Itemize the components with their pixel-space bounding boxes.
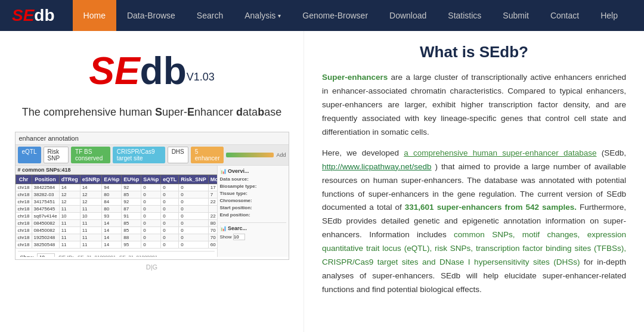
logo-se: SE	[89, 49, 140, 92]
preview-tab-eqtl[interactable]: eQTL	[18, 147, 41, 163]
brand-db: db	[34, 6, 54, 25]
preview-body: # common SNPs:418 Chr Position dTReg eSN…	[16, 166, 289, 257]
table-row: chr180845008211111485000808167156	[16, 220, 217, 227]
preview-table-area: # common SNPs:418 Chr Position dTReg eSN…	[16, 166, 217, 257]
nav-item-home[interactable]: Home	[73, 0, 116, 31]
description-1-text: are a large cluster of transcriptionally…	[322, 73, 626, 136]
desc2-mid: (SEdb,	[602, 148, 626, 157]
stats-text: 331,601 super-enhancers from 542 samples…	[405, 203, 577, 212]
page-title: What is SEdb?	[322, 43, 626, 61]
preview-search-section: Show SE ID: SE_21_81000091 SE_21_8100009…	[16, 249, 217, 257]
sidebar-search-header: 📊 Searc...	[220, 222, 286, 231]
col-risk-snp: Risk_SNP	[179, 175, 209, 184]
nav-item-contact[interactable]: Contact	[540, 0, 590, 31]
preview-tabs: eQTL Risk SNP TF BS conserved CRISPR/Cas…	[16, 145, 289, 166]
preview-footer: D|G	[146, 263, 157, 271]
col-eqtl: eQTL	[161, 175, 179, 184]
sidebar-search-show: Show	[220, 234, 286, 240]
table-row: chr1808450082111114850007018156	[16, 227, 217, 234]
desc2-link1[interactable]: a comprehensive human super-enhancer dat…	[404, 148, 596, 157]
sidebar-start-pos: Start position:	[220, 205, 286, 210]
col-motif: Motif_changed	[208, 175, 216, 184]
preview-sidebar: 📊 Overvi... Data source: Biosample type:…	[217, 166, 289, 257]
col-sap: SA%p	[141, 175, 161, 184]
desc2-pre: Here, we developed	[322, 148, 404, 157]
col-eap: EA%p	[102, 175, 122, 184]
logo-db: db	[140, 49, 187, 92]
nav-item-statistics[interactable]: Statistics	[437, 0, 492, 31]
col-position: Position	[32, 175, 59, 184]
table-row: chr18sq67v414e10109391000228110162	[16, 213, 217, 220]
logo-area: SEdbV1.03	[89, 49, 215, 93]
se-id-val1: SE_21_81000091	[78, 255, 116, 257]
nav-items: Home Data-Browse Search Analysis ▾ Genom…	[73, 0, 628, 31]
table-row: chr18382505481111149500060156	[16, 241, 217, 249]
sidebar-chromosome: Chromosome:	[220, 198, 286, 203]
right-panel: What is SEdb? Super-enhancers are a larg…	[304, 31, 644, 332]
col-eup: EU%p	[122, 175, 141, 184]
preview-header: enhancer annotation	[16, 132, 289, 145]
nav-item-data-browse[interactable]: Data-Browse	[116, 0, 186, 31]
brand-logo[interactable]: SE db	[12, 6, 55, 25]
preview-tab-enhancer[interactable]: 5 enhancer	[191, 147, 224, 163]
main-content: SEdbV1.03 The comprehensive human Super-…	[0, 31, 644, 332]
super-enhancers-label: Super-enhancers	[322, 73, 388, 82]
nav-item-submit[interactable]: Submit	[492, 0, 540, 31]
preview-tab-risk-snp[interactable]: Risk SNP	[44, 147, 69, 163]
table-row: chr181925024811111488000706156	[16, 234, 217, 241]
preview-tab-dhs[interactable]: DHS	[168, 147, 188, 163]
table-row: chr183417545112128492000222011145	[16, 198, 217, 206]
table-row: chr1838282-03121280850007110149	[16, 191, 217, 198]
preview-tab-crispr[interactable]: CRISPR/Cas9 target site	[113, 147, 165, 163]
preview-snps-header: # common SNPs:418	[16, 166, 217, 175]
analysis-dropdown-icon: ▾	[278, 13, 281, 19]
se-id-label: SE ID:	[58, 255, 74, 257]
overview-label: 📊 Overvi...	[220, 168, 286, 174]
nav-item-download[interactable]: Download	[379, 0, 437, 31]
desc2-url[interactable]: http://www.licpathway.net/sedb	[322, 162, 432, 171]
sidebar-data-source: Data source:	[220, 176, 286, 182]
show-label: Show	[20, 255, 34, 257]
sidebar-show-input[interactable]	[233, 234, 245, 240]
col-dtreg: dTReg	[59, 175, 80, 184]
description-paragraph-1: Super-enhancers are a large cluster of t…	[322, 71, 626, 139]
col-esnrp: eSNRp	[80, 175, 102, 184]
preview-tab-tfbs[interactable]: TF BS conserved	[71, 147, 110, 163]
sidebar-end-pos: End position:	[220, 212, 286, 218]
logo-version: V1.03	[187, 71, 215, 83]
nav-item-genome-browser[interactable]: Genome-Browser	[292, 0, 379, 31]
nav-item-analysis[interactable]: Analysis ▾	[234, 0, 292, 31]
nav-item-search[interactable]: Search	[186, 0, 234, 31]
preview-table: Chr Position dTReg eSNRp EA%p EU%p SA%p …	[16, 175, 217, 249]
table-row: chr183647564511118087000050220	[16, 206, 217, 213]
tagline: The comprehensive human Super-Enhancer d…	[22, 105, 281, 120]
table-row: chr1838422584141494920001714160	[16, 184, 217, 191]
se-id-val2: SE_21_81000091	[119, 255, 157, 257]
screenshot-preview: enhancer annotation eQTL Risk SNP TF BS …	[15, 132, 289, 260]
sidebar-tissue-type: Tissue type:	[220, 191, 286, 196]
description-paragraph-2: Here, we developed a comprehensive human…	[322, 147, 626, 297]
navbar: SE db Home Data-Browse Search Analysis ▾…	[0, 0, 644, 31]
show-input[interactable]	[37, 253, 55, 257]
brand-se: SE	[12, 6, 34, 25]
col-chr: Chr	[16, 175, 32, 184]
sidebar-biosample-type: Biosample type:	[220, 184, 286, 189]
nav-item-help[interactable]: Help	[590, 0, 628, 31]
left-panel: SEdbV1.03 The comprehensive human Super-…	[0, 31, 304, 332]
